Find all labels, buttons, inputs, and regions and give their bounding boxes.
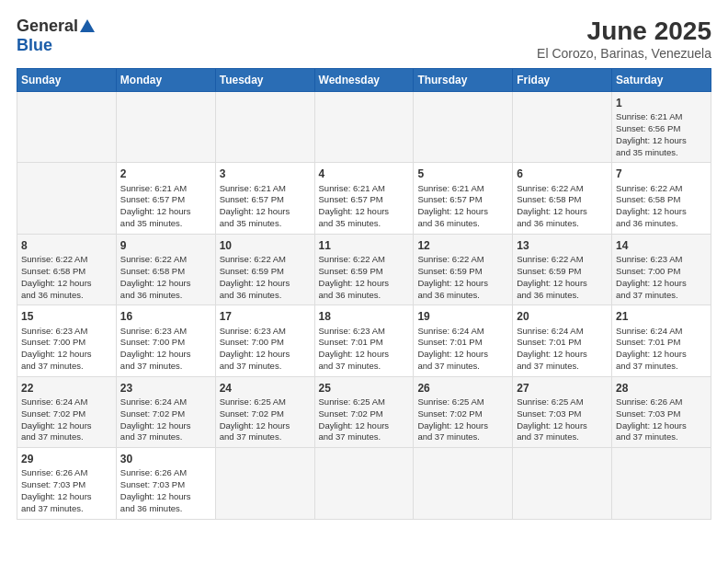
header-day-friday: Friday	[513, 69, 612, 92]
header: General Blue June 2025 El Corozo, Barina…	[17, 17, 711, 61]
calendar-cell: 21Sunrise: 6:24 AMSunset: 7:01 PMDayligh…	[612, 305, 711, 376]
calendar-cell	[314, 448, 414, 519]
header-day-wednesday: Wednesday	[314, 69, 414, 92]
calendar-cell: 1Sunrise: 6:21 AMSunset: 6:56 PMDaylight…	[612, 92, 711, 163]
calendar-cell: 29Sunrise: 6:26 AMSunset: 7:03 PMDayligh…	[17, 448, 117, 519]
calendar-cell: 25Sunrise: 6:25 AMSunset: 7:02 PMDayligh…	[314, 376, 414, 447]
logo-general-text: General	[17, 17, 78, 36]
calendar-cell	[513, 448, 612, 519]
header-day-saturday: Saturday	[612, 69, 711, 92]
calendar-cell	[17, 163, 117, 234]
calendar-cell: 26Sunrise: 6:25 AMSunset: 7:02 PMDayligh…	[414, 376, 513, 447]
calendar-cell: 27Sunrise: 6:25 AMSunset: 7:03 PMDayligh…	[513, 376, 612, 447]
header-row: SundayMondayTuesdayWednesdayThursdayFrid…	[17, 69, 711, 92]
calendar-week-2: 8Sunrise: 6:22 AMSunset: 6:58 PMDaylight…	[17, 234, 711, 304]
subtitle: El Corozo, Barinas, Venezuela	[537, 46, 711, 61]
calendar-week-3: 15Sunrise: 6:23 AMSunset: 7:00 PMDayligh…	[17, 305, 711, 376]
calendar-cell	[215, 92, 314, 163]
calendar-week-1: 2Sunrise: 6:21 AMSunset: 6:57 PMDaylight…	[17, 163, 711, 234]
page: General Blue June 2025 El Corozo, Barina…	[0, 0, 728, 563]
header-day-tuesday: Tuesday	[215, 69, 314, 92]
logo-triangle-icon	[80, 19, 95, 32]
calendar-cell: 14Sunrise: 6:23 AMSunset: 7:00 PMDayligh…	[612, 234, 711, 304]
calendar-cell: 15Sunrise: 6:23 AMSunset: 7:00 PMDayligh…	[17, 305, 117, 376]
calendar-week-0: 1Sunrise: 6:21 AMSunset: 6:56 PMDaylight…	[17, 92, 711, 163]
calendar-cell	[612, 448, 711, 519]
calendar-cell	[414, 92, 513, 163]
calendar-cell	[414, 448, 513, 519]
calendar-cell: 6Sunrise: 6:22 AMSunset: 6:58 PMDaylight…	[513, 163, 612, 234]
calendar-week-5: 29Sunrise: 6:26 AMSunset: 7:03 PMDayligh…	[17, 448, 711, 519]
calendar-cell	[116, 92, 215, 163]
calendar-cell: 2Sunrise: 6:21 AMSunset: 6:57 PMDaylight…	[116, 163, 215, 234]
calendar-cell: 17Sunrise: 6:23 AMSunset: 7:00 PMDayligh…	[215, 305, 314, 376]
calendar-cell: 28Sunrise: 6:26 AMSunset: 7:03 PMDayligh…	[612, 376, 711, 447]
main-title: June 2025	[537, 17, 711, 46]
calendar-cell: 12Sunrise: 6:22 AMSunset: 6:59 PMDayligh…	[414, 234, 513, 304]
calendar-cell	[215, 448, 314, 519]
title-block: June 2025 El Corozo, Barinas, Venezuela	[537, 17, 711, 61]
calendar-cell: 9Sunrise: 6:22 AMSunset: 6:58 PMDaylight…	[116, 234, 215, 304]
calendar-cell: 8Sunrise: 6:22 AMSunset: 6:58 PMDaylight…	[17, 234, 117, 304]
calendar-cell: 5Sunrise: 6:21 AMSunset: 6:57 PMDaylight…	[414, 163, 513, 234]
logo-blue-text: Blue	[17, 36, 52, 55]
header-day-sunday: Sunday	[17, 69, 117, 92]
calendar-cell: 4Sunrise: 6:21 AMSunset: 6:57 PMDaylight…	[314, 163, 414, 234]
calendar-cell: 7Sunrise: 6:22 AMSunset: 6:58 PMDaylight…	[612, 163, 711, 234]
calendar-cell	[17, 92, 117, 163]
calendar-cell: 30Sunrise: 6:26 AMSunset: 7:03 PMDayligh…	[116, 448, 215, 519]
calendar-cell	[314, 92, 414, 163]
calendar-cell: 13Sunrise: 6:22 AMSunset: 6:59 PMDayligh…	[513, 234, 612, 304]
calendar-cell: 22Sunrise: 6:24 AMSunset: 7:02 PMDayligh…	[17, 376, 117, 447]
calendar-cell: 23Sunrise: 6:24 AMSunset: 7:02 PMDayligh…	[116, 376, 215, 447]
logo: General Blue	[17, 17, 95, 55]
calendar-week-4: 22Sunrise: 6:24 AMSunset: 7:02 PMDayligh…	[17, 376, 711, 447]
calendar-cell: 19Sunrise: 6:24 AMSunset: 7:01 PMDayligh…	[414, 305, 513, 376]
header-day-monday: Monday	[116, 69, 215, 92]
calendar-cell: 10Sunrise: 6:22 AMSunset: 6:59 PMDayligh…	[215, 234, 314, 304]
calendar-cell: 3Sunrise: 6:21 AMSunset: 6:57 PMDaylight…	[215, 163, 314, 234]
calendar-cell: 18Sunrise: 6:23 AMSunset: 7:01 PMDayligh…	[314, 305, 414, 376]
calendar-cell: 16Sunrise: 6:23 AMSunset: 7:00 PMDayligh…	[116, 305, 215, 376]
calendar-cell	[513, 92, 612, 163]
calendar-cell: 24Sunrise: 6:25 AMSunset: 7:02 PMDayligh…	[215, 376, 314, 447]
calendar-table: SundayMondayTuesdayWednesdayThursdayFrid…	[17, 68, 711, 520]
calendar-cell: 11Sunrise: 6:22 AMSunset: 6:59 PMDayligh…	[314, 234, 414, 304]
header-day-thursday: Thursday	[414, 69, 513, 92]
calendar-cell: 20Sunrise: 6:24 AMSunset: 7:01 PMDayligh…	[513, 305, 612, 376]
